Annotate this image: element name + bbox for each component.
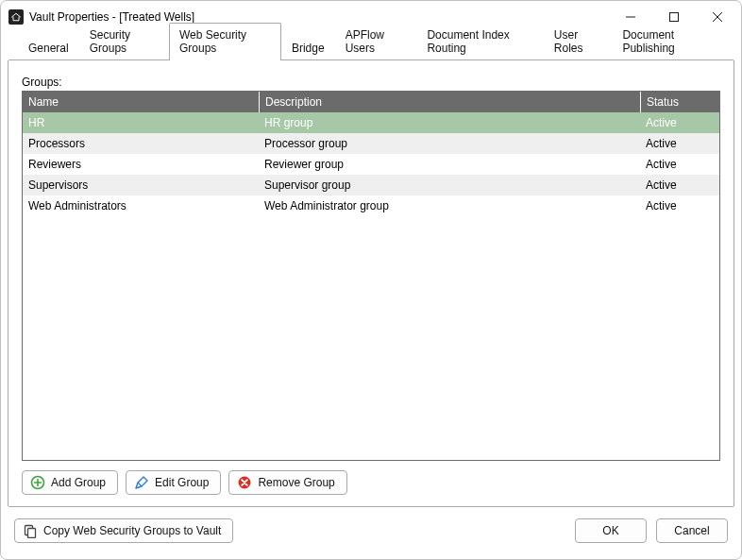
tab-general[interactable]: General: [18, 36, 79, 60]
cell-status: Active: [640, 137, 719, 150]
cell-status: Active: [640, 178, 719, 192]
cell-description: Supervisor group: [259, 178, 640, 192]
group-actions: Add Group Edit Group Remove Group: [22, 470, 720, 495]
cell-description: Reviewer group: [259, 158, 640, 171]
tab-document-publishing[interactable]: Document Publishing: [612, 23, 724, 60]
cell-name: Web Administrators: [23, 199, 259, 212]
add-group-button[interactable]: Add Group: [22, 470, 118, 495]
cell-name: HR: [23, 116, 259, 129]
tab-panel-web-security-groups: Groups: Name Description Status HRHR gro…: [8, 59, 734, 507]
table-row[interactable]: SupervisorsSupervisor groupActive: [23, 175, 719, 195]
cell-status: Active: [640, 116, 719, 129]
ok-label: OK: [602, 524, 618, 537]
edit-group-button[interactable]: Edit Group: [126, 470, 221, 495]
tab-apflow-users[interactable]: APFlow Users: [335, 23, 417, 60]
tab-security-groups[interactable]: Security Groups: [79, 23, 169, 60]
column-header-name[interactable]: Name: [23, 92, 259, 112]
table-row[interactable]: ProcessorsProcessor groupActive: [23, 133, 719, 154]
cell-name: Reviewers: [23, 158, 259, 171]
groups-grid[interactable]: Name Description Status HRHR groupActive…: [22, 91, 720, 461]
column-header-status[interactable]: Status: [640, 92, 719, 112]
remove-group-label: Remove Group: [258, 476, 334, 489]
app-icon: [8, 9, 24, 25]
tabbar: GeneralSecurity GroupsWeb Security Group…: [1, 33, 741, 59]
svg-rect-0: [670, 13, 679, 22]
x-circle-icon: [237, 475, 252, 490]
copy-icon: [23, 523, 38, 538]
dialog-window: Vault Properties - [Treated Wells] Gener…: [0, 0, 742, 560]
cell-status: Active: [640, 199, 719, 212]
groups-label: Groups:: [22, 76, 720, 89]
dialog-footer: Copy Web Security Groups to Vault OK Can…: [1, 514, 741, 559]
tab-web-security-groups[interactable]: Web Security Groups: [169, 23, 281, 60]
pencil-icon: [134, 475, 149, 490]
cell-name: Supervisors: [23, 178, 259, 192]
tab-bridge[interactable]: Bridge: [281, 36, 335, 60]
cancel-button[interactable]: Cancel: [656, 518, 728, 543]
grid-body: HRHR groupActiveProcessorsProcessor grou…: [23, 112, 719, 460]
cell-description: Processor group: [259, 137, 640, 150]
edit-group-label: Edit Group: [155, 476, 209, 489]
table-row[interactable]: ReviewersReviewer groupActive: [23, 154, 719, 175]
column-header-description[interactable]: Description: [259, 92, 640, 112]
tab-document-index-routing[interactable]: Document Index Routing: [416, 23, 543, 60]
add-group-label: Add Group: [51, 476, 106, 489]
cancel-label: Cancel: [674, 524, 709, 537]
grid-header: Name Description Status: [23, 92, 719, 112]
cell-description: HR group: [259, 116, 640, 129]
table-row[interactable]: Web AdministratorsWeb Administrator grou…: [23, 195, 719, 216]
copy-to-vault-button[interactable]: Copy Web Security Groups to Vault: [14, 518, 233, 543]
remove-group-button[interactable]: Remove Group: [228, 470, 346, 495]
table-row[interactable]: HRHR groupActive: [23, 112, 719, 133]
svg-rect-4: [28, 529, 36, 538]
window-title: Vault Properties - [Treated Wells]: [29, 10, 194, 24]
cell-name: Processors: [23, 137, 259, 150]
plus-circle-icon: [30, 475, 45, 490]
tab-user-roles[interactable]: User Roles: [544, 23, 613, 60]
cell-status: Active: [640, 158, 719, 171]
ok-button[interactable]: OK: [575, 518, 647, 543]
copy-to-vault-label: Copy Web Security Groups to Vault: [43, 524, 221, 537]
cell-description: Web Administrator group: [259, 199, 640, 212]
